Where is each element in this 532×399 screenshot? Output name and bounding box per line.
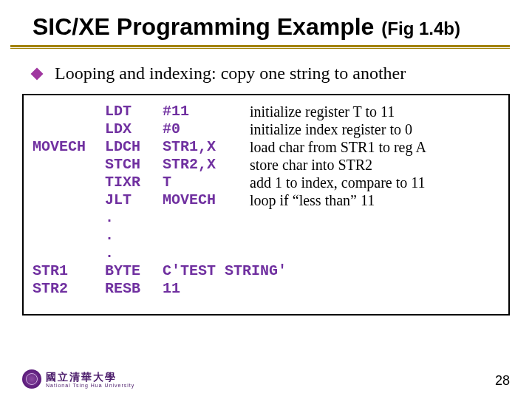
code-oper: STR2,X [163, 156, 250, 174]
diamond-bullet-icon [31, 67, 44, 80]
code-row: STR1BYTEC'TEST STRING' [33, 262, 432, 280]
code-mnem: RESB [105, 280, 163, 298]
code-comment: add 1 to index, compare to 11 [250, 174, 432, 191]
code-label [33, 174, 105, 191]
code-oper: 11 [163, 280, 250, 298]
title-row: SIC/XE Programming Example (Fig 1.4b) [0, 0, 532, 45]
slide-title-fig: (Fig 1.4b) [381, 18, 460, 38]
slide: SIC/XE Programming Example (Fig 1.4b) Lo… [0, 0, 532, 399]
code-comment [250, 227, 432, 245]
code-row: STR2RESB11 [33, 280, 432, 298]
bullet-text: Looping and indexing: copy one string to… [55, 64, 406, 83]
code-mnem: . [105, 209, 163, 227]
slide-title: SIC/XE Programming Example [33, 13, 374, 40]
code-row: JLTMOVECHloop if “less than” 11 [33, 191, 432, 209]
university-name-block: 國立清華大學 National Tsing Hua University [46, 371, 134, 388]
code-label: STR1 [33, 262, 105, 280]
code-mnem: LDT [105, 103, 163, 120]
code-mnem: . [105, 245, 163, 262]
code-label: MOVECH [33, 138, 105, 156]
code-oper: C'TEST STRING' [163, 262, 432, 280]
code-label: STR2 [33, 280, 105, 298]
code-mnem: BYTE [105, 262, 163, 280]
code-comment: loop if “less than” 11 [250, 191, 432, 209]
code-comment: load char from STR1 to reg A [250, 138, 432, 156]
university-logo: 國立清華大學 National Tsing Hua University [22, 369, 134, 389]
code-comment [250, 209, 432, 227]
code-comment [250, 280, 432, 298]
university-name-en: National Tsing Hua University [46, 382, 134, 388]
code-mnem: STCH [105, 156, 163, 174]
code-row: LDT#11initialize register T to 11 [33, 103, 432, 120]
footer: 國立清華大學 National Tsing Hua University 28 [22, 369, 510, 389]
code-oper [163, 209, 250, 227]
code-row: MOVECHLDCHSTR1,Xload char from STR1 to r… [33, 138, 432, 156]
code-label [33, 209, 105, 227]
page-number: 28 [495, 373, 510, 389]
code-oper: #11 [163, 103, 250, 120]
code-row: . [33, 209, 432, 227]
code-label [33, 191, 105, 209]
code-label [33, 156, 105, 174]
code-label [33, 245, 105, 262]
code-box: LDT#11initialize register T to 11 LDX#0i… [22, 94, 510, 316]
code-table: LDT#11initialize register T to 11 LDX#0i… [33, 103, 432, 298]
code-mnem: LDCH [105, 138, 163, 156]
university-seal-icon [22, 369, 41, 389]
bullet-row: Looping and indexing: copy one string to… [0, 59, 532, 94]
code-comment: initialize index register to 0 [250, 120, 432, 138]
code-row: . [33, 245, 432, 262]
code-label [33, 120, 105, 138]
code-comment: initialize register T to 11 [250, 103, 432, 120]
code-oper [163, 245, 250, 262]
code-label [33, 227, 105, 245]
code-comment [250, 245, 432, 262]
code-row: TIXRTadd 1 to index, compare to 11 [33, 174, 432, 191]
code-label [33, 103, 105, 120]
code-oper: STR1,X [163, 138, 250, 156]
code-oper: #0 [163, 120, 250, 138]
code-oper: MOVECH [163, 191, 250, 209]
code-mnem: JLT [105, 191, 163, 209]
code-comment: store char into STR2 [250, 156, 432, 174]
code-mnem: TIXR [105, 174, 163, 191]
code-mnem: . [105, 227, 163, 245]
code-oper: T [163, 174, 250, 191]
code-oper [163, 227, 250, 245]
code-row: LDX#0initialize index register to 0 [33, 120, 432, 138]
code-row: . [33, 227, 432, 245]
title-rule [0, 45, 510, 49]
code-mnem: LDX [105, 120, 163, 138]
code-row: STCHSTR2,Xstore char into STR2 [33, 156, 432, 174]
